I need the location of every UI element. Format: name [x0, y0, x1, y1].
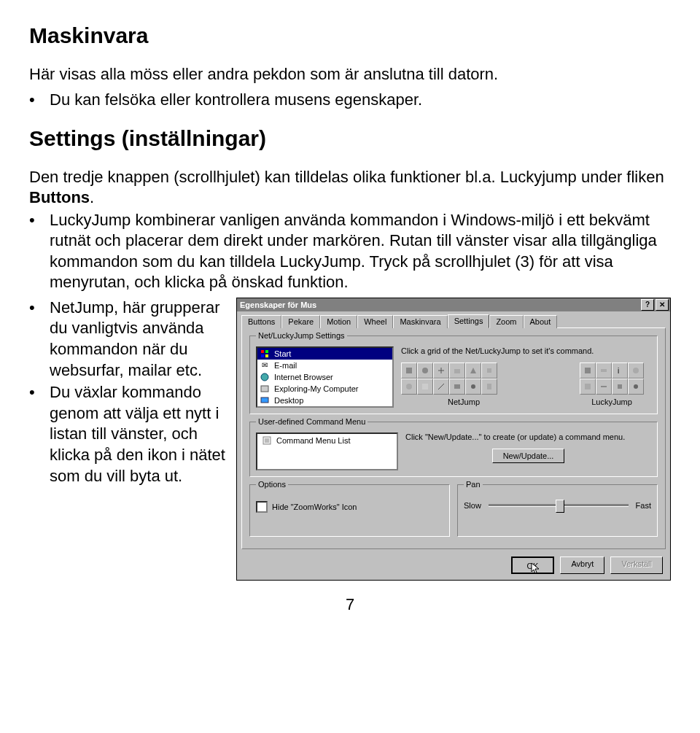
svg-rect-12	[422, 384, 428, 389]
start-icon	[260, 349, 270, 359]
bullet-item: • Du växlar kommando genom att välja ett…	[29, 382, 226, 486]
group-legend: User-defined Command Menu	[256, 417, 368, 426]
grid-cell[interactable]	[449, 379, 465, 395]
svg-point-4	[261, 373, 268, 381]
tab-about[interactable]: About	[524, 315, 558, 328]
list-item[interactable]: Desktop	[257, 395, 392, 406]
svg-rect-6	[261, 397, 268, 403]
apply-button[interactable]: Verkställ	[610, 556, 663, 574]
group-pan: Pan Slow Fast	[457, 484, 658, 537]
grid-cell[interactable]	[481, 362, 497, 379]
tab-zoom[interactable]: Zoom	[489, 315, 523, 328]
group-legend: Net/LuckyJump Settings	[256, 331, 347, 340]
svg-rect-3	[265, 354, 268, 357]
bullet-icon: •	[29, 210, 50, 293]
desktop-icon	[260, 395, 270, 406]
tab-buttons[interactable]: Buttons	[241, 315, 281, 328]
svg-point-22	[634, 384, 638, 389]
grid-cell[interactable]	[596, 362, 612, 379]
grid-cell[interactable]	[401, 379, 417, 395]
slider-min-label: Slow	[464, 501, 481, 510]
svg-rect-13	[454, 384, 460, 389]
grid-cell[interactable]	[580, 362, 596, 379]
svg-rect-20	[585, 384, 591, 389]
grid-cell[interactable]	[612, 379, 628, 395]
bullet-text: Du växlar kommando genom att välja ett n…	[50, 382, 226, 486]
svg-rect-2	[261, 354, 264, 357]
cancel-button[interactable]: Avbryt	[560, 556, 604, 574]
dialog-window: Egenskaper för Mus ? ✕ Buttons Pekare Mo…	[236, 298, 671, 581]
svg-text:i: i	[618, 367, 619, 375]
list-item[interactable]: ✉ E-mail	[257, 360, 392, 371]
group-legend: Options	[256, 480, 288, 489]
svg-rect-17	[601, 369, 607, 372]
tab-pekare[interactable]: Pekare	[281, 315, 320, 328]
svg-point-14	[471, 384, 475, 389]
command-listbox[interactable]: Start ✉ E-mail Internet Browser	[256, 346, 394, 408]
grid-cell[interactable]	[465, 379, 481, 395]
svg-rect-0	[261, 350, 264, 353]
grid-cell[interactable]	[580, 379, 596, 395]
tab-maskinvara[interactable]: Maskinvara	[393, 315, 447, 328]
checkbox-label: Hide "ZoomWorks" Icon	[272, 503, 357, 511]
grid-cell[interactable]	[465, 362, 481, 379]
bullet-text: Du kan felsöka eller kontrollera musens …	[50, 90, 422, 111]
svg-rect-15	[487, 384, 491, 389]
list-item[interactable]: Exploring-My Computer	[257, 383, 392, 395]
grid-cell[interactable]	[433, 362, 449, 379]
grid-cell[interactable]	[628, 379, 644, 395]
tab-settings[interactable]: Settings	[448, 314, 490, 328]
svg-point-8	[422, 368, 428, 373]
checkbox-icon[interactable]	[256, 501, 268, 513]
command-menu-listbox[interactable]: Command Menu List	[256, 433, 398, 470]
grid-cell[interactable]	[481, 379, 497, 395]
pan-slider[interactable]: Slow Fast	[464, 501, 651, 510]
grid-cell[interactable]	[417, 379, 433, 395]
svg-point-11	[406, 384, 412, 389]
page-number: 7	[29, 595, 671, 614]
bullet-item: • NetJump, här grupperar du vanligtvis a…	[29, 298, 226, 381]
tab-panel: Net/LuckyJump Settings Start ✉ E-mail	[241, 327, 666, 549]
bullet-text: LuckyJump kombinerar vanligen använda ko…	[50, 210, 671, 293]
dialog-buttons: OK Avbryt Verkställ	[237, 554, 670, 580]
grid-cell[interactable]: i	[612, 362, 628, 379]
bullet-icon: •	[29, 298, 50, 381]
browser-icon	[260, 372, 270, 382]
grid-cell[interactable]	[596, 379, 612, 395]
luckyjump-grid[interactable]: i	[580, 362, 644, 395]
slider-max-label: Fast	[636, 501, 651, 510]
dialog-title: Egenskaper för Mus	[240, 300, 316, 309]
slider-thumb[interactable]	[556, 500, 564, 513]
grid-cell[interactable]	[628, 362, 644, 379]
ok-button[interactable]: OK	[511, 556, 555, 574]
tab-wheel[interactable]: Wheel	[357, 315, 393, 328]
slider-track[interactable]	[489, 504, 629, 507]
menu-icon	[262, 435, 272, 446]
hide-zoomworks-checkbox[interactable]: Hide "ZoomWorks" Icon	[256, 501, 443, 513]
bullet-item: • LuckyJump kombinerar vanligen använda …	[29, 210, 671, 293]
list-item[interactable]: Command Menu List	[260, 435, 394, 446]
sub-intro: Den tredje knappen (scrollhjulet) kan ti…	[29, 167, 671, 208]
group-legend: Pan	[464, 480, 483, 489]
netjump-grid[interactable]	[401, 362, 497, 395]
list-item[interactable]: Internet Browser	[257, 371, 392, 383]
grid-cell[interactable]	[401, 362, 417, 379]
svg-point-19	[633, 368, 639, 373]
grid-cell[interactable]	[417, 362, 433, 379]
list-item[interactable]: Start	[257, 348, 392, 360]
svg-rect-21	[618, 384, 622, 389]
section-heading-2: Settings (inställningar)	[29, 126, 671, 151]
bullet-item: • Du kan felsöka eller kontrollera musen…	[29, 90, 671, 111]
grid-cell[interactable]	[433, 379, 449, 395]
svg-rect-10	[487, 368, 491, 373]
bullet-text: NetJump, här grupperar du vanligtvis anv…	[50, 298, 226, 381]
grid-cell[interactable]	[449, 362, 465, 379]
tab-motion[interactable]: Motion	[320, 315, 357, 328]
close-button[interactable]: ✕	[656, 299, 669, 311]
new-update-button[interactable]: New/Update...	[492, 449, 565, 463]
help-text: Click "New/Update..." to create (or upda…	[405, 433, 651, 441]
help-button[interactable]: ?	[641, 299, 654, 311]
group-netluckyjump: Net/LuckyJump Settings Start ✉ E-mail	[249, 336, 658, 414]
group-user-cmd: User-defined Command Menu Command Menu L…	[249, 422, 658, 477]
luckyjump-label: LuckyJump	[580, 397, 644, 406]
